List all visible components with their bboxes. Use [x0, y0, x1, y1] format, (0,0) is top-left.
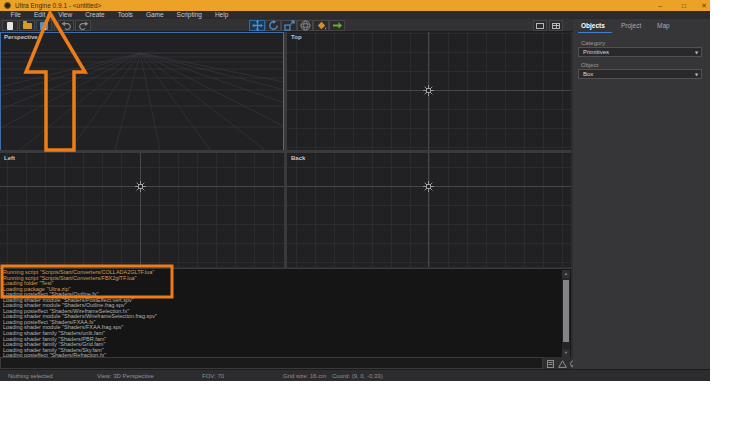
- close-button[interactable]: ✕: [696, 0, 712, 11]
- viewport-perspective[interactable]: Perspective: [0, 32, 284, 150]
- viewport-back[interactable]: Back: [287, 153, 571, 267]
- console-input[interactable]: [0, 357, 543, 369]
- side-panel: Objects Project Map Category Primitives …: [573, 19, 710, 369]
- viewport-label-left: Left: [4, 155, 15, 161]
- menu-create[interactable]: Create: [79, 11, 112, 19]
- scroll-up-icon[interactable]: ▲: [562, 270, 570, 278]
- left-view-axis-vertical: [140, 153, 141, 267]
- undo-icon: [61, 20, 72, 31]
- viewport-label-perspective: Perspective: [4, 34, 38, 40]
- app-logo-icon: [4, 2, 11, 9]
- status-selection: Nothing selected: [8, 373, 53, 379]
- object-label: Object: [581, 62, 598, 68]
- scale-icon: [284, 20, 295, 31]
- quad-viewport-icon: [552, 23, 560, 29]
- tab-map[interactable]: Map: [657, 22, 670, 29]
- wire-sphere-icon: [300, 20, 311, 31]
- object-dropdown[interactable]: Box ▼: [578, 69, 702, 79]
- tab-project[interactable]: Project: [621, 22, 641, 29]
- scroll-thumb[interactable]: [563, 280, 569, 342]
- chevron-down-icon: ▼: [695, 72, 698, 77]
- menu-help[interactable]: Help: [208, 11, 234, 19]
- single-viewport-button[interactable]: [533, 20, 547, 31]
- redo-button[interactable]: [75, 20, 91, 31]
- active-tab-underline: [578, 32, 612, 34]
- category-label: Category: [581, 40, 605, 46]
- console-log: Running script "Scripts/Start/Converters…: [3, 270, 157, 357]
- back-view-axis-vertical: [428, 153, 429, 267]
- quad-viewport-button[interactable]: [549, 20, 563, 31]
- green-arrow-icon: [332, 20, 343, 31]
- viewport-label-top: Top: [291, 34, 302, 40]
- menu-view[interactable]: View: [52, 11, 79, 19]
- app-window: Ultra Engine 0.9.1 - <untitled> – □ ✕ Fi…: [0, 0, 710, 381]
- status-view: View: 3D Perspective: [97, 373, 154, 379]
- paint-icon: [316, 20, 327, 31]
- console-log-filter-button[interactable]: [546, 359, 555, 368]
- menu-game[interactable]: Game: [139, 11, 170, 19]
- rotate-tool-button[interactable]: [265, 20, 281, 31]
- status-coord: Coord: (9, 0, -0.33): [332, 373, 383, 379]
- rotate-icon: [268, 20, 279, 31]
- screenshot-canvas: Ultra Engine 0.9.1 - <untitled> – □ ✕ Fi…: [0, 0, 750, 429]
- undo-button[interactable]: [58, 20, 74, 31]
- viewport-label-back: Back: [291, 155, 305, 161]
- move-icon: [252, 20, 263, 31]
- chevron-down-icon: ▼: [695, 50, 698, 55]
- single-viewport-icon: [536, 23, 544, 29]
- viewport-left[interactable]: Left: [0, 153, 284, 267]
- perspective-grid: [0, 32, 284, 150]
- title-bar: Ultra Engine 0.9.1 - <untitled> – □ ✕: [0, 0, 710, 11]
- open-folder-icon: [23, 23, 32, 29]
- minimize-button[interactable]: –: [652, 0, 668, 11]
- side-panel-tabs: Objects Project Map: [573, 19, 710, 33]
- menu-file[interactable]: File: [4, 11, 27, 19]
- redo-icon: [78, 20, 89, 31]
- new-file-icon: [7, 22, 13, 30]
- maximize-button[interactable]: □: [676, 0, 692, 11]
- origin-gizmo-back: [423, 181, 434, 192]
- log-page-icon: [547, 360, 554, 368]
- console-warnings-filter-button[interactable]: [558, 359, 567, 368]
- sphere-tool-button[interactable]: [297, 20, 313, 31]
- save-icon: [40, 22, 48, 30]
- window-title: Ultra Engine 0.9.1 - <untitled>: [15, 2, 101, 9]
- origin-gizmo-top: [423, 85, 434, 96]
- viewport-splitter-horizontal[interactable]: [0, 150, 571, 153]
- status-grid-size: Grid size: 16 cm: [283, 373, 326, 379]
- open-folder-button[interactable]: [19, 20, 35, 31]
- paint-tool-button[interactable]: [313, 20, 329, 31]
- console-panel: Running script "Scripts/Start/Converters…: [0, 268, 571, 357]
- scroll-down-icon[interactable]: ▼: [562, 349, 570, 357]
- menu-tools[interactable]: Tools: [111, 11, 139, 19]
- object-value: Box: [579, 71, 593, 77]
- status-bar: Nothing selected View: 3D Perspective FO…: [0, 369, 710, 381]
- move-tool-button[interactable]: [249, 20, 265, 31]
- status-fov: FOV: 70: [202, 373, 224, 379]
- menu-scripting[interactable]: Scripting: [170, 11, 208, 19]
- toolbar-separator: [54, 20, 55, 31]
- tab-objects[interactable]: Objects: [581, 22, 605, 29]
- menu-edit[interactable]: Edit: [27, 11, 51, 19]
- drop-object-tool-button[interactable]: [329, 20, 345, 31]
- category-value: Primitives: [579, 49, 609, 55]
- scale-tool-button[interactable]: [281, 20, 297, 31]
- new-file-button[interactable]: [2, 20, 18, 31]
- category-dropdown[interactable]: Primitives ▼: [578, 47, 702, 57]
- warning-triangle-icon: [558, 360, 567, 368]
- save-button[interactable]: [36, 20, 52, 31]
- origin-gizmo-left: [135, 181, 146, 192]
- menu-bar: File Edit View Create Tools Game Scripti…: [0, 11, 710, 19]
- console-scrollbar[interactable]: ▲ ▼: [562, 270, 570, 357]
